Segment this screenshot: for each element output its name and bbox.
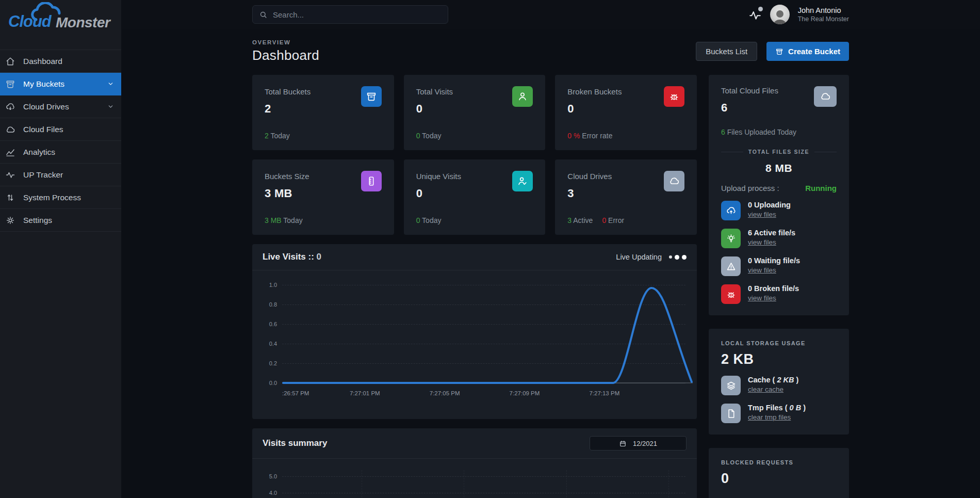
bug-icon <box>664 86 684 107</box>
chevron-down-icon <box>107 81 114 87</box>
warning-icon <box>721 256 741 276</box>
stat-footnote: 0 Today <box>416 216 442 224</box>
sidebar-item-label: My Buckets <box>23 79 64 89</box>
view-files-link[interactable]: view files <box>748 294 776 302</box>
upload-item-label: 0 Uploading <box>748 201 791 209</box>
user-meta[interactable]: John Antonio The Real Monster <box>798 6 849 23</box>
cloud-files-panel: Total Cloud Files 6 6 Files Uploaded Tod… <box>709 75 849 315</box>
sidebar-item-analytics[interactable]: Analytics <box>0 141 121 164</box>
y-axis-tick: 0.4 <box>259 341 277 347</box>
view-files-link[interactable]: view files <box>748 266 776 274</box>
cloud-upload-icon <box>721 201 741 220</box>
live-visits-panel: Live Visits :: 0 Live Updating <box>252 244 697 419</box>
create-bucket-label: Create Bucket <box>788 47 840 56</box>
file-icon <box>721 404 741 423</box>
sidebar-item-label: Cloud Files <box>23 125 63 134</box>
upload-item-label: 6 Active file/s <box>748 229 795 237</box>
bulb-icon <box>721 229 741 248</box>
y-axis-tick: 0.6 <box>259 321 277 327</box>
visits-summary-title: Visits summary <box>263 438 327 448</box>
search-box[interactable] <box>252 5 448 24</box>
x-axis-tick: 7:27:05 PM <box>430 390 460 396</box>
calendar-icon <box>619 440 627 447</box>
sidebar-item-label: Dashboard <box>23 57 62 66</box>
live-updating-dots-icon <box>669 255 687 260</box>
brand-logo[interactable]: Cloud Monster <box>0 0 121 40</box>
sidebar-item-cloud-files[interactable]: Cloud Files <box>0 118 121 141</box>
bucket-icon <box>775 47 783 56</box>
app-root: Cloud Monster Dashboard My Buckets Cloud… <box>0 0 980 498</box>
sidebar-item-label: System Process <box>23 193 81 202</box>
total-files-size-divider: TOTAL FILES SIZE <box>721 149 837 155</box>
cloud-icon <box>814 86 837 107</box>
live-visits-chart: 1.0 0.8 0.6 0.4 0.2 0.0 :26:57 PM <box>259 285 685 419</box>
x-axis-ticks: :26:57 PM 7:27:01 PM 7:27:05 PM 7:27:09 … <box>282 390 685 398</box>
sidebar-item-label: Settings <box>23 216 52 225</box>
main-content: OVERVIEW Dashboard Buckets List Create B… <box>121 29 980 498</box>
upload-item-waiting: 0 Waiting file/s view files <box>721 256 837 276</box>
y-axis-tick: 4.0 <box>259 490 277 496</box>
create-bucket-button[interactable]: Create Bucket <box>766 42 849 61</box>
buckets-list-button[interactable]: Buckets List <box>696 42 757 61</box>
stat-footnote: 3 Active0 Error <box>567 216 624 224</box>
analytics-icon <box>5 147 15 157</box>
stat-card-cloud-drives: Cloud Drives 3 3 Active0 Error <box>555 159 697 235</box>
upload-item-active: 6 Active file/s view files <box>721 229 837 248</box>
stat-card-total-visits: Total Visits 0 0 Today <box>404 75 546 150</box>
sidebar-item-my-buckets[interactable]: My Buckets <box>0 73 121 95</box>
sidebar-item-system-process[interactable]: System Process <box>0 186 121 209</box>
sidebar-item-label: Cloud Drives <box>23 102 69 111</box>
clear-cache-link[interactable]: clear cache <box>748 385 783 393</box>
y-axis-tick: 0.2 <box>259 360 277 366</box>
search-icon <box>259 10 268 19</box>
clear-tmp-files-link[interactable]: clear tmp files <box>748 413 791 421</box>
sidebar-item-settings[interactable]: Settings <box>0 209 121 232</box>
storage-item-cache: Cache ( 2 KB ) clear cache <box>721 376 837 395</box>
upload-item-label: 0 Broken file/s <box>748 284 799 293</box>
live-visits-count: 0 <box>317 252 321 262</box>
view-files-link[interactable]: view files <box>748 211 776 218</box>
layers-icon <box>721 376 741 395</box>
sidebar-item-label: Analytics <box>23 148 55 157</box>
upload-item-broken: 0 Broken file/s view files <box>721 284 837 304</box>
user-avatar[interactable] <box>770 5 790 24</box>
user-icon <box>512 86 533 107</box>
y-axis-tick: 5.0 <box>259 473 277 479</box>
month-picker-value: 12/2021 <box>633 440 657 447</box>
sidebar-item-cloud-drives[interactable]: Cloud Drives <box>0 95 121 118</box>
visits-summary-panel: Visits summary 12/2021 <box>252 428 697 498</box>
upload-item-uploading: 0 Uploading view files <box>721 201 837 220</box>
user-check-icon <box>512 171 533 191</box>
stat-footnote: 6 Files Uploaded Today <box>721 128 837 136</box>
storage-item-label: Cache ( 2 KB ) <box>748 376 798 384</box>
pulse-icon <box>5 170 15 180</box>
arrows-up-down-icon <box>5 192 15 203</box>
user-subtitle: The Real Monster <box>798 15 849 23</box>
x-axis-tick: 7:27:13 PM <box>589 390 619 396</box>
x-axis-tick: 7:27:01 PM <box>350 390 380 396</box>
blocked-requests-panel: BLOCKED REQUESTS 0 <box>709 448 849 498</box>
live-visits-line <box>282 285 693 386</box>
view-files-link[interactable]: view files <box>748 238 776 246</box>
stat-footnote: 0 Today <box>416 132 442 140</box>
upload-process-label: Upload process : <box>721 184 779 192</box>
storage-item-label: Tmp Files ( 0 B ) <box>748 404 806 412</box>
sidebar-item-dashboard[interactable]: Dashboard <box>0 50 121 73</box>
page-title: Dashboard <box>252 47 319 63</box>
stat-card-broken-buckets: Broken Buckets 0 0 % Error rate <box>555 75 697 150</box>
stat-footnote: 0 % Error rate <box>567 132 612 140</box>
search-input[interactable] <box>273 10 442 19</box>
page-overline: OVERVIEW <box>252 39 319 45</box>
upload-process-status: Running <box>805 184 837 192</box>
chevron-down-icon <box>107 103 114 110</box>
topbar: John Antonio The Real Monster <box>121 0 980 29</box>
month-picker[interactable]: 12/2021 <box>590 436 687 451</box>
local-storage-value: 2 KB <box>721 351 837 367</box>
sidebar-item-up-tracker[interactable]: UP Tracker <box>0 164 121 186</box>
stat-footnote: 2 Today <box>265 132 290 140</box>
cloud-icon <box>664 171 684 191</box>
activity-notification-icon[interactable] <box>748 8 762 21</box>
brand-word-cloud: Cloud <box>8 12 51 31</box>
gear-icon <box>5 215 15 226</box>
stat-card-buckets-size: Buckets Size 3 MB 3 MB Today <box>252 159 394 235</box>
